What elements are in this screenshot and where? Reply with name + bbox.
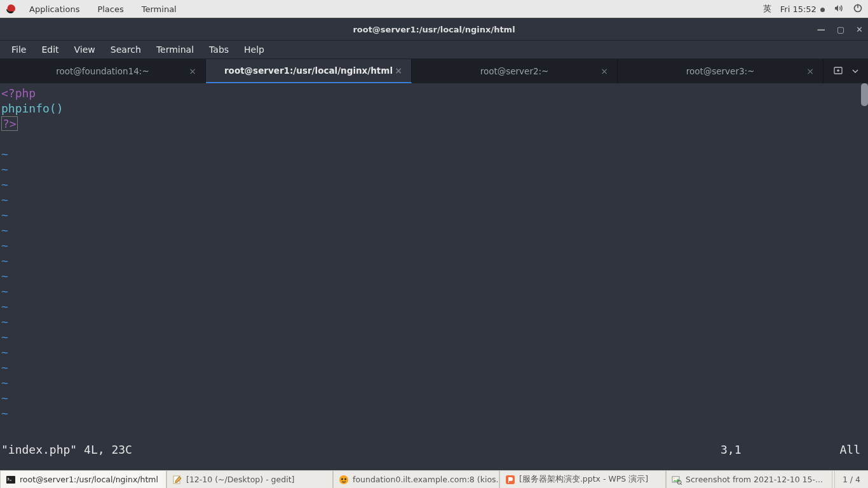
php-close-tag-cursor: ?> xyxy=(1,116,18,131)
tab-label: root@server2:~ xyxy=(480,66,549,76)
text-editor-icon xyxy=(172,475,182,485)
workspace-indicator[interactable]: 1 / 4 xyxy=(834,471,868,488)
tab-label: root@server1:/usr/local/nginx/html xyxy=(224,65,393,76)
tab-foundation14[interactable]: root@foundation14:~ × xyxy=(0,59,206,83)
vim-empty-lines: ~~~~~~~~~~~~~~~~~~ xyxy=(1,147,867,421)
svg-rect-3 xyxy=(6,476,15,484)
task-label: [12-10 (~/Desktop) - gedit] xyxy=(186,475,294,484)
tab-close-icon[interactable]: × xyxy=(395,65,402,76)
terminal-tabbar: root@foundation14:~ × root@server1:/usr/… xyxy=(0,59,868,83)
task-terminal[interactable]: root@server1:/usr/local/nginx/html xyxy=(0,471,166,488)
distro-logo-icon xyxy=(5,3,17,15)
ime-indicator[interactable]: 英 xyxy=(763,3,771,15)
vim-status-line: "index.php" 4L, 23C 3,1 All xyxy=(1,442,860,458)
task-label: Screenshot from 2021-12-10 15-... xyxy=(686,475,823,484)
tab-close-icon[interactable]: × xyxy=(600,66,608,76)
task-browser[interactable]: foundation0.ilt.example.com:8 (kios... xyxy=(333,471,499,488)
task-image-viewer[interactable]: Screenshot from 2021-12-10 15-... xyxy=(666,471,832,488)
panel-clock[interactable]: Fri 15:52 xyxy=(780,4,825,14)
window-list-taskbar: root@server1:/usr/local/nginx/html [12-1… xyxy=(0,470,868,488)
terminal-window: root@server1:/usr/local/nginx/html — ▢ ✕… xyxy=(0,18,868,470)
terminal-editor-area[interactable]: <?php phpinfo() ?> ~~~~~~~~~~~~~~~~~~ "i… xyxy=(0,83,868,470)
tab-label: root@foundation14:~ xyxy=(56,66,149,76)
gnome-top-panel: Applications Places Terminal 英 Fri 15:52 xyxy=(0,0,868,18)
tab-label: root@server3:~ xyxy=(686,66,755,76)
tab-server2[interactable]: root@server2:~ × xyxy=(412,59,618,83)
image-viewer-icon xyxy=(672,475,682,485)
menu-file[interactable]: File xyxy=(4,44,34,55)
svg-point-5 xyxy=(339,475,348,484)
window-titlebar: root@server1:/usr/local/nginx/html — ▢ ✕ xyxy=(0,18,868,40)
menu-help[interactable]: Help xyxy=(236,44,272,55)
task-gedit[interactable]: [12-10 (~/Desktop) - gedit] xyxy=(166,471,333,488)
terminal-icon xyxy=(6,475,16,485)
svg-rect-1 xyxy=(857,4,858,8)
php-function: phpinfo xyxy=(1,102,50,115)
window-close-button[interactable]: ✕ xyxy=(856,25,863,34)
vim-status-percent: All xyxy=(822,442,860,458)
tab-server1[interactable]: root@server1:/usr/local/nginx/html × xyxy=(206,59,412,83)
vim-status-file: "index.php" 4L, 23C xyxy=(1,442,132,458)
panel-places-menu[interactable]: Places xyxy=(88,4,132,14)
volume-icon[interactable] xyxy=(834,3,844,15)
task-label: foundation0.ilt.example.com:8 (kios... xyxy=(353,475,499,484)
menu-edit[interactable]: Edit xyxy=(34,44,66,55)
panel-terminal-menu[interactable]: Terminal xyxy=(133,4,186,14)
tab-menu-chevron-icon[interactable] xyxy=(852,67,858,76)
svg-point-10 xyxy=(674,478,675,479)
menu-tabs[interactable]: Tabs xyxy=(201,44,236,55)
power-icon[interactable] xyxy=(853,3,863,15)
tab-close-icon[interactable]: × xyxy=(806,66,814,76)
task-wps[interactable]: [服务器架构演变.pptx - WPS 演示] xyxy=(499,471,666,488)
task-label: root@server1:/usr/local/nginx/html xyxy=(20,475,158,484)
window-minimize-button[interactable]: — xyxy=(817,25,825,34)
menu-view[interactable]: View xyxy=(67,44,103,55)
menu-search[interactable]: Search xyxy=(103,44,149,55)
wps-presentation-icon xyxy=(505,475,515,485)
svg-point-7 xyxy=(344,478,346,480)
tab-close-icon[interactable]: × xyxy=(189,66,196,76)
window-title: root@server1:/usr/local/nginx/html xyxy=(353,25,515,34)
php-open-tag: <?php xyxy=(1,86,36,100)
window-maximize-button[interactable]: ▢ xyxy=(837,25,844,34)
tiger-vnc-icon xyxy=(339,475,349,485)
task-label: [服务器架构演变.pptx - WPS 演示] xyxy=(519,474,648,485)
new-tab-icon[interactable] xyxy=(833,65,843,78)
menu-terminal[interactable]: Terminal xyxy=(149,44,201,55)
svg-point-6 xyxy=(341,478,343,480)
terminal-menubar: File Edit View Search Terminal Tabs Help xyxy=(0,40,868,59)
panel-applications-menu[interactable]: Applications xyxy=(20,4,88,14)
vim-status-position: 3,1 xyxy=(721,442,822,458)
tab-server3[interactable]: root@server3:~ × xyxy=(618,59,824,83)
scrollbar-thumb[interactable] xyxy=(861,83,868,106)
